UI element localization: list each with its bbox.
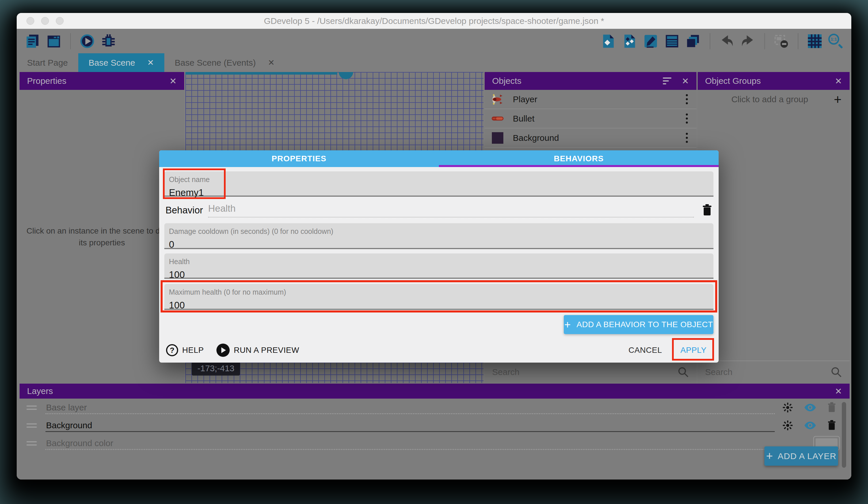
layer-effects-icon[interactable] — [782, 420, 793, 431]
project-manager-button[interactable] — [24, 33, 41, 50]
tab-properties[interactable]: PROPERTIES — [159, 150, 439, 167]
toolbar-separator — [764, 33, 765, 49]
open-properties-list-button[interactable] — [664, 33, 680, 50]
layer-underline — [45, 413, 775, 414]
close-window-button[interactable] — [27, 17, 34, 25]
object-name: Background — [513, 133, 559, 143]
layers-panel-header: Layers ✕ — [20, 384, 850, 399]
layer-row-base[interactable]: Base layer — [20, 399, 850, 416]
toggle-instances-mask-button[interactable] — [773, 33, 790, 50]
apply-button[interactable]: APPLY — [675, 342, 712, 359]
field-value[interactable]: Enemy1 — [169, 187, 709, 198]
behavior-name-field[interactable]: Health — [208, 203, 694, 218]
layer-name[interactable]: Base layer — [46, 403, 87, 412]
plus-icon[interactable]: + — [834, 93, 841, 106]
debug-button[interactable] — [100, 33, 117, 50]
drag-handle-icon[interactable] — [27, 421, 37, 430]
open-layers-panel-button[interactable] — [685, 33, 702, 50]
layers-scrollbar[interactable] — [842, 402, 846, 468]
close-panel-icon[interactable]: ✕ — [835, 386, 842, 396]
layer-actions — [782, 399, 836, 416]
object-row-bullet[interactable]: Bullet — [485, 109, 696, 129]
toolbar-separator — [798, 33, 798, 49]
layer-row-background-color[interactable]: Background color — [20, 434, 850, 452]
tab-behaviors[interactable]: BEHAVIORS — [439, 150, 719, 167]
drag-handle-icon[interactable] — [27, 439, 37, 447]
layer-underline — [45, 431, 775, 432]
properties-panel-header: Properties ✕ — [20, 72, 184, 90]
object-editor-dialog: PROPERTIES BEHAVIORS Object name Enemy1 … — [159, 150, 719, 363]
undo-button[interactable] — [719, 33, 735, 50]
tab-start-page[interactable]: Start Page — [17, 53, 78, 72]
cancel-button[interactable]: CANCEL — [623, 342, 668, 359]
drag-handle-icon[interactable] — [27, 403, 37, 412]
open-instances-panel-button[interactable] — [621, 33, 638, 50]
objects-panel-header: Objects ✕ — [485, 72, 696, 90]
close-tab-icon[interactable]: ✕ — [147, 58, 154, 67]
layer-name[interactable]: Background — [46, 421, 92, 430]
dialog-tabbar: PROPERTIES BEHAVIORS — [159, 150, 719, 167]
search-icon — [678, 366, 689, 378]
open-objects-panel-button[interactable] — [600, 33, 617, 50]
object-name: Player — [513, 94, 537, 104]
redo-icon — [741, 34, 755, 49]
launch-preview-button[interactable] — [79, 33, 95, 50]
zoom-reset-button[interactable]: 1:1 — [828, 33, 844, 49]
run-preview-button[interactable]: RUN A PREVIEW — [234, 346, 299, 355]
tab-base-scene[interactable]: Base Scene ✕ — [78, 53, 164, 72]
filter-icon[interactable] — [663, 78, 671, 84]
close-panel-icon[interactable]: ✕ — [682, 76, 689, 86]
toolbar-separator — [70, 33, 71, 49]
layers-stack-icon — [686, 34, 701, 49]
objects-search-input[interactable] — [492, 367, 678, 377]
add-behavior-button[interactable]: + ADD A BEHAVIOR TO THE OBJECT — [564, 315, 713, 334]
scene-scrollbar-knob[interactable] — [339, 72, 353, 79]
screenshot-root: GDevelop 5 - /Users/dkarakay/Documents/G… — [0, 0, 868, 504]
toggle-grid-button[interactable] — [806, 33, 823, 50]
delete-layer-trash-icon[interactable] — [827, 420, 836, 431]
maximum-health-field[interactable]: Maximum health (0 for no maximum) 100 — [164, 284, 713, 310]
add-layer-button[interactable]: + ADD A LAYER — [764, 446, 838, 466]
field-value[interactable]: 0 — [169, 239, 709, 250]
grid-icon — [807, 34, 822, 49]
close-tab-icon[interactable]: ✕ — [268, 58, 275, 67]
undo-icon — [719, 34, 734, 49]
health-field[interactable]: Health 100 — [164, 253, 713, 279]
pencil-icon — [643, 34, 658, 49]
redo-button[interactable] — [740, 33, 756, 50]
field-value[interactable]: 100 — [169, 300, 709, 311]
help-icon[interactable]: ? — [166, 344, 178, 356]
help-button[interactable]: HELP — [182, 346, 204, 355]
groups-search-input[interactable] — [705, 367, 830, 377]
objects-search-bar — [485, 361, 696, 383]
damage-cooldown-field[interactable]: Damage cooldown (in seconds) (0 for no c… — [164, 223, 713, 249]
object-menu-button[interactable] — [683, 93, 690, 105]
scene-horizontal-scrollbar[interactable] — [185, 72, 337, 74]
add-group-row[interactable]: Click to add a group + — [698, 90, 850, 109]
maximize-window-button[interactable] — [56, 17, 64, 25]
object-name-field[interactable]: Object name Enemy1 — [164, 171, 713, 197]
tab-base-scene-events[interactable]: Base Scene (Events) ✕ — [164, 53, 285, 72]
background-object-icon — [491, 131, 504, 144]
layer-row-background[interactable]: Background — [20, 416, 850, 434]
field-value[interactable]: 100 — [169, 269, 709, 280]
edit-scene-button[interactable] — [642, 33, 659, 50]
run-preview-icon[interactable] — [216, 344, 230, 357]
object-row-background[interactable]: Background — [485, 129, 696, 148]
layer-visibility-eye-icon[interactable] — [804, 421, 816, 430]
start-page-button[interactable] — [45, 33, 62, 50]
editor-tabbar: Start Page Base Scene ✕ Base Scene (Even… — [17, 53, 851, 72]
object-menu-button[interactable] — [683, 132, 690, 144]
layer-effects-icon[interactable] — [782, 402, 793, 413]
object-menu-button[interactable] — [683, 112, 690, 125]
close-panel-icon[interactable]: ✕ — [169, 76, 177, 86]
delete-layer-trash-icon[interactable] — [827, 402, 836, 413]
minimize-window-button[interactable] — [41, 17, 49, 25]
add-layer-label: ADD A LAYER — [778, 451, 836, 461]
delete-behavior-trash-icon[interactable] — [702, 204, 712, 216]
layer-visibility-eye-icon[interactable] — [804, 403, 816, 412]
object-row-player[interactable]: Player — [485, 90, 696, 109]
project-manager-icon — [25, 34, 40, 49]
behavior-name[interactable]: Health — [208, 203, 235, 214]
close-panel-icon[interactable]: ✕ — [835, 76, 842, 86]
